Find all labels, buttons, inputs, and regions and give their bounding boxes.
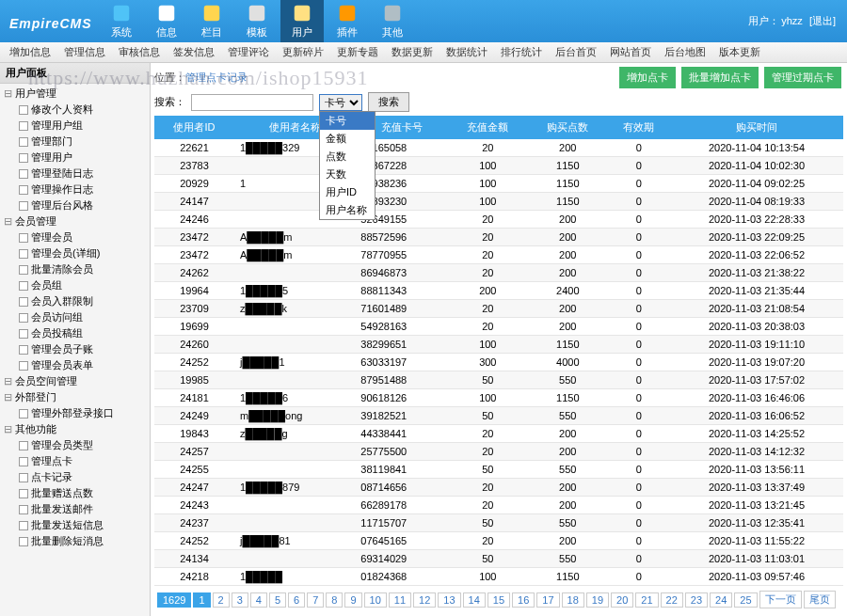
- tree-leaf[interactable]: 管理会员类型: [2, 437, 148, 453]
- tree-group[interactable]: 会员空间管理: [2, 373, 148, 389]
- tree-leaf[interactable]: 管理用户: [2, 150, 148, 166]
- pager-page[interactable]: 14: [463, 592, 486, 608]
- pager-page[interactable]: 24: [710, 592, 732, 608]
- tree-leaf[interactable]: 批量删除短消息: [2, 533, 148, 549]
- topnav-其他[interactable]: 其他: [371, 0, 414, 42]
- topnav-用户[interactable]: 用户: [280, 0, 324, 42]
- pager-page[interactable]: 16: [512, 592, 535, 608]
- username-link[interactable]: yhzz: [781, 15, 803, 26]
- search-field-dropdown[interactable]: 卡号 卡号金额点数天数用户ID用户名称: [319, 94, 362, 111]
- topnav-信息[interactable]: 信息: [145, 0, 188, 42]
- submenu-item[interactable]: 排行统计: [501, 45, 542, 59]
- tree-leaf[interactable]: 会员访问组: [2, 309, 148, 325]
- tree-leaf[interactable]: 会员入群限制: [2, 293, 148, 309]
- tree-leaf[interactable]: 批量发送短信息: [2, 517, 148, 533]
- topnav-模板[interactable]: 模板: [235, 0, 279, 42]
- svg-rect-4: [294, 6, 310, 22]
- pager-page[interactable]: 5: [269, 592, 286, 608]
- sidebar: 用户面板 用户管理修改个人资料管理用户组管理部门管理用户管理登陆日志管理操作日志…: [0, 63, 151, 616]
- submenu-item[interactable]: 数据更新: [392, 45, 433, 59]
- tree-leaf[interactable]: 批量赠送点数: [2, 485, 148, 501]
- pager-page[interactable]: 1: [193, 592, 210, 608]
- tree-group[interactable]: 会员管理: [2, 213, 148, 229]
- search-select[interactable]: 卡号: [319, 94, 362, 111]
- submenu-item[interactable]: 后台首页: [555, 45, 597, 59]
- submenu-item[interactable]: 增加信息: [9, 45, 51, 59]
- dropdown-option[interactable]: 点数: [320, 148, 375, 166]
- pager-page[interactable]: 19: [586, 592, 609, 608]
- tree-leaf[interactable]: 点卡记录: [2, 469, 148, 485]
- pager-page[interactable]: 20: [611, 592, 633, 608]
- pager-next[interactable]: 下一页: [759, 591, 802, 608]
- submenu-item[interactable]: 审核信息: [119, 45, 160, 59]
- tree-leaf[interactable]: 会员组: [2, 277, 148, 293]
- cell-time: 2020-11-03 14:25:52: [670, 425, 843, 443]
- tree-leaf[interactable]: 管理会员(详细): [2, 245, 148, 261]
- tree-leaf[interactable]: 管理操作日志: [2, 182, 148, 197]
- logout-link[interactable]: [退出]: [809, 15, 836, 26]
- submenu-item[interactable]: 管理信息: [64, 45, 105, 59]
- action-button[interactable]: 增加点卡: [619, 67, 676, 88]
- pager-page[interactable]: 22: [661, 592, 683, 608]
- cell-points: 4000: [528, 354, 608, 371]
- tree-leaf[interactable]: 管理会员子账: [2, 341, 148, 357]
- submenu-item[interactable]: 更新专题: [337, 45, 378, 59]
- tree-leaf[interactable]: 管理后台风格: [2, 197, 148, 213]
- pager-page[interactable]: 17: [536, 592, 559, 608]
- tree-group[interactable]: 其他功能: [2, 421, 148, 437]
- topnav-栏目[interactable]: 栏目: [190, 0, 233, 42]
- submenu-item[interactable]: 版本更新: [719, 45, 760, 59]
- tree-leaf[interactable]: 管理会员表单: [2, 357, 148, 373]
- pager-page[interactable]: 10: [364, 592, 387, 608]
- tree-leaf[interactable]: 管理登陆日志: [2, 166, 148, 182]
- submenu-item[interactable]: 签发信息: [173, 45, 215, 59]
- pager-page[interactable]: 3: [232, 592, 248, 608]
- pager-page[interactable]: 18: [562, 592, 584, 608]
- cell-time: 2020-11-03 22:09:25: [670, 229, 843, 246]
- pager-page[interactable]: 11: [389, 592, 411, 608]
- tree-leaf[interactable]: 管理会员: [2, 229, 148, 245]
- submenu-item[interactable]: 网站首页: [610, 45, 651, 59]
- tree-group[interactable]: 外部登门: [2, 389, 148, 405]
- submenu-item[interactable]: 后台地图: [664, 45, 706, 59]
- submenu-item[interactable]: 数据统计: [446, 45, 487, 59]
- action-button[interactable]: 批量增加点卡: [681, 67, 759, 88]
- tree-leaf[interactable]: 管理用户组: [2, 118, 148, 134]
- tree-leaf[interactable]: 管理部门: [2, 134, 148, 150]
- search-button[interactable]: 搜索: [368, 92, 409, 112]
- dropdown-option[interactable]: 用户ID: [320, 183, 375, 201]
- tree-leaf[interactable]: 管理外部登录接口: [2, 405, 148, 421]
- pager-page[interactable]: 8: [326, 592, 343, 608]
- topnav-插件[interactable]: 插件: [326, 0, 369, 42]
- dropdown-option[interactable]: 卡号: [320, 112, 375, 130]
- dropdown-option[interactable]: 用户名称: [320, 201, 375, 219]
- dropdown-option[interactable]: 金额: [320, 130, 375, 148]
- pager-last[interactable]: 尾页: [804, 591, 836, 608]
- submenu-item[interactable]: 管理评论: [228, 45, 269, 59]
- pager-page[interactable]: 4: [250, 592, 267, 608]
- tree-leaf[interactable]: 会员投稿组: [2, 325, 148, 341]
- search-input[interactable]: [191, 94, 313, 111]
- dropdown-option[interactable]: 天数: [320, 166, 375, 183]
- tree-leaf[interactable]: 修改个人资料: [2, 102, 148, 118]
- cell-time: 2020-11-04 10:02:30: [670, 157, 843, 175]
- pager-page[interactable]: 12: [413, 592, 436, 608]
- user-info: 用户：yhzz [退出]: [748, 14, 838, 28]
- pager-page[interactable]: 9: [344, 592, 361, 608]
- tree-leaf[interactable]: 批量清除会员: [2, 261, 148, 277]
- pager-page[interactable]: 21: [635, 592, 658, 608]
- tree-group[interactable]: 用户管理: [2, 86, 148, 102]
- pager-page[interactable]: 25: [734, 592, 757, 608]
- pager-page[interactable]: 6: [288, 592, 305, 608]
- topnav-系统[interactable]: 系统: [100, 0, 143, 42]
- breadcrumb-link[interactable]: 管理点卡记录: [185, 71, 248, 83]
- tree-leaf[interactable]: 批量发送邮件: [2, 501, 148, 517]
- pager-page[interactable]: 7: [307, 592, 324, 608]
- action-button[interactable]: 管理过期点卡: [764, 67, 841, 88]
- pager-page[interactable]: 13: [438, 592, 460, 608]
- tree-leaf[interactable]: 管理点卡: [2, 453, 148, 469]
- pager-page[interactable]: 23: [685, 592, 708, 608]
- pager-page[interactable]: 15: [487, 592, 510, 608]
- pager-page[interactable]: 2: [213, 592, 230, 608]
- submenu-item[interactable]: 更新碎片: [282, 45, 324, 59]
